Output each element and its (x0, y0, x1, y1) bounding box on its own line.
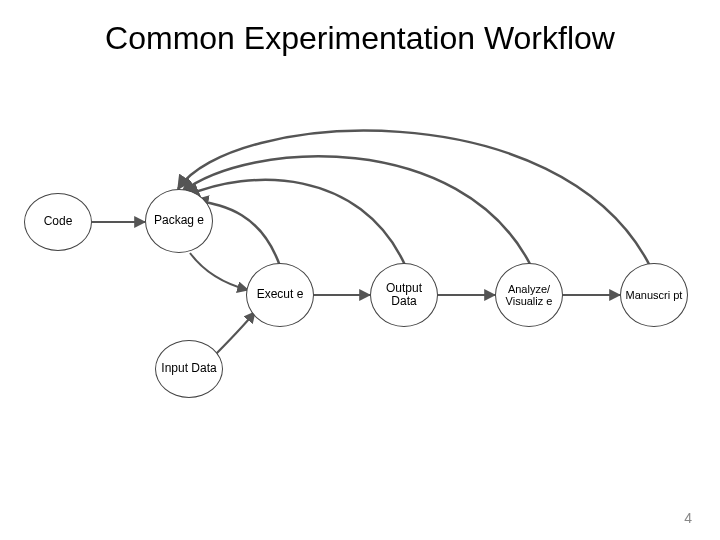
node-output-label: Output Data (375, 282, 433, 308)
node-analyze: Analyze/ Visualiz e (495, 263, 563, 327)
node-input: Input Data (155, 340, 223, 398)
edge-package-execute (190, 253, 248, 290)
page-number: 4 (684, 510, 692, 526)
node-manuscript-label: Manuscri pt (626, 289, 683, 301)
edge-manuscript-package (178, 131, 650, 266)
edge-analyze-package (182, 156, 530, 264)
slide-title: Common Experimentation Workflow (0, 20, 720, 57)
node-input-label: Input Data (161, 362, 216, 375)
node-code-label: Code (44, 215, 73, 228)
node-analyze-label: Analyze/ Visualiz e (500, 283, 558, 307)
edge-output-package (186, 180, 405, 265)
node-execute: Execut e (246, 263, 314, 327)
node-code: Code (24, 193, 92, 251)
node-execute-label: Execut e (257, 288, 304, 301)
node-package-label: Packag e (154, 214, 204, 227)
node-output: Output Data (370, 263, 438, 327)
node-manuscript: Manuscri pt (620, 263, 688, 327)
node-package: Packag e (145, 189, 213, 253)
slide: Common Experimentation Workflow Co (0, 0, 720, 540)
edges-layer (0, 0, 720, 540)
